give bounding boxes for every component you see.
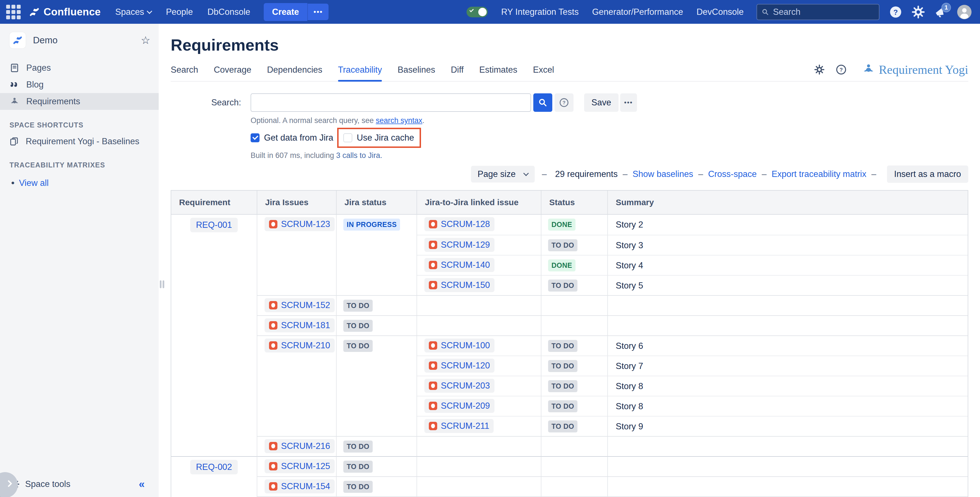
table-row: SCRUM-216TO DO [171, 436, 968, 456]
jira-story-icon [429, 362, 437, 370]
status-lozenge: TO DO [343, 461, 373, 473]
jira-issue-link[interactable]: SCRUM-210 [281, 341, 330, 350]
nav-devconsole[interactable]: DevConsole [697, 7, 744, 17]
main-content: Requirements Search Coverage Dependencie… [159, 24, 980, 497]
tab-coverage[interactable]: Coverage [214, 62, 251, 81]
space-logo[interactable] [10, 32, 26, 48]
show-baselines-link[interactable]: Show baselines [633, 169, 693, 179]
jira-issue-link[interactable]: SCRUM-128 [441, 219, 490, 229]
jira-story-icon [269, 482, 277, 491]
tab-baselines[interactable]: Baselines [398, 62, 435, 81]
nav-people[interactable]: People [166, 7, 193, 17]
global-search[interactable] [757, 4, 880, 20]
connection-toggle[interactable] [466, 7, 488, 18]
jira-issue-link[interactable]: SCRUM-100 [441, 341, 490, 350]
nav-dbconsole[interactable]: DbConsole [207, 7, 250, 17]
confluence-logo[interactable]: Confluence [29, 6, 100, 18]
jira-issue-link[interactable]: SCRUM-209 [441, 401, 490, 411]
tab-search[interactable]: Search [171, 62, 198, 81]
nav-generator-performance[interactable]: Generator/Performance [592, 7, 683, 17]
global-search-input[interactable] [773, 7, 874, 17]
check-icon [469, 8, 474, 12]
get-data-from-jira-checkbox[interactable] [251, 133, 259, 142]
jira-issue-link[interactable]: SCRUM-154 [281, 481, 330, 491]
jira-story-icon [429, 220, 437, 228]
export-traceability-link[interactable]: Export traceability matrix [772, 169, 866, 179]
svg-text:?: ? [893, 8, 898, 16]
jira-issue-chip: SCRUM-120 [424, 358, 495, 373]
view-all-link[interactable]: View all [19, 178, 49, 188]
requirement-yogi-brand[interactable]: Requirement Yogi [862, 63, 968, 77]
notifications-button[interactable]: 1 [934, 6, 947, 18]
requirement-link[interactable]: REQ-002 [196, 462, 232, 472]
page-size-select[interactable]: Page size [471, 166, 535, 183]
avatar-icon [956, 4, 972, 20]
star-icon[interactable]: ☆ [141, 34, 150, 46]
table-row: REQ-001SCRUM-123IN PROGRESSSCRUM-128DONE… [171, 215, 968, 235]
query-input[interactable] [251, 93, 531, 112]
save-button[interactable]: Save [584, 93, 619, 112]
table-row: REQ-002SCRUM-125TO DO [171, 456, 968, 476]
space-name: Demo [33, 35, 57, 46]
jira-issue-chip: SCRUM-140 [424, 258, 495, 272]
tab-traceability[interactable]: Traceability [338, 62, 382, 81]
jira-issue-link[interactable]: SCRUM-216 [281, 441, 330, 451]
jira-issue-chip: SCRUM-128 [424, 217, 495, 231]
jira-issue-link[interactable]: SCRUM-150 [441, 280, 490, 290]
search-syntax-link[interactable]: search syntax [376, 116, 422, 125]
summary-text: Story 6 [608, 335, 968, 355]
sidebar-resize-grip[interactable] [160, 280, 164, 288]
search-icon [538, 98, 547, 107]
collapse-sidebar-icon[interactable]: « [139, 478, 145, 490]
status-lozenge: DONE [548, 260, 576, 271]
run-search-button[interactable] [533, 93, 552, 112]
traceability-settings-button[interactable] [814, 64, 825, 75]
search-more-button[interactable]: ••• [620, 93, 637, 112]
sidebar-item-blog[interactable]: Blog [0, 76, 159, 93]
tab-dependencies[interactable]: Dependencies [267, 62, 322, 81]
search-help-button[interactable]: ? [555, 93, 574, 112]
use-jira-cache-checkbox[interactable] [343, 133, 352, 142]
jira-story-icon [429, 402, 437, 410]
jira-issue-chip: SCRUM-150 [424, 278, 495, 292]
traceability-help-button[interactable]: ? [836, 64, 846, 75]
space-tools-button[interactable]: Space tools [25, 479, 70, 489]
gear-icon [814, 64, 825, 75]
insert-as-macro-button[interactable]: Insert as a macro [887, 166, 968, 183]
jira-issue-link[interactable]: SCRUM-203 [441, 381, 490, 391]
nav-ry-integration-tests[interactable]: RY Integration Tests [501, 7, 579, 17]
get-data-from-jira-label[interactable]: Get data from Jira [264, 133, 333, 143]
app-switcher-icon[interactable] [6, 5, 21, 19]
requirement-link[interactable]: REQ-001 [196, 220, 232, 230]
tab-estimates[interactable]: Estimates [479, 62, 517, 81]
jira-issue-link[interactable]: SCRUM-125 [281, 461, 330, 471]
jira-issue-chip: SCRUM-125 [264, 459, 335, 473]
jira-issue-link[interactable]: SCRUM-181 [281, 320, 330, 330]
jira-issue-link[interactable]: SCRUM-123 [281, 219, 330, 229]
create-button[interactable]: Create [264, 3, 307, 21]
user-avatar[interactable] [956, 4, 972, 20]
jira-issue-link[interactable]: SCRUM-211 [441, 421, 489, 431]
nav-spaces[interactable]: Spaces [115, 7, 151, 17]
use-jira-cache-label[interactable]: Use Jira cache [357, 133, 414, 143]
sidebar-item-pages[interactable]: Pages [0, 59, 159, 76]
tab-excel[interactable]: Excel [533, 62, 554, 81]
space-shortcuts-heading: SPACE SHORTCUTS [10, 121, 159, 129]
create-more-button[interactable]: ••• [307, 4, 328, 20]
jira-issue-link[interactable]: SCRUM-152 [281, 300, 330, 310]
sidebar-item-ry-baselines[interactable]: Requirement Yogi - Baselines [0, 133, 159, 150]
jira-issue-link[interactable]: SCRUM-140 [441, 260, 490, 270]
tab-diff[interactable]: Diff [451, 62, 464, 81]
status-lozenge: TO DO [548, 360, 578, 372]
question-circle-icon: ? [889, 5, 902, 19]
cross-space-link[interactable]: Cross-space [708, 169, 757, 179]
help-button[interactable]: ? [889, 5, 902, 19]
admin-settings-button[interactable] [912, 6, 925, 18]
page-title: Requirements [171, 35, 968, 54]
jira-calls-link[interactable]: 3 calls to Jira. [336, 151, 382, 159]
jira-issue-link[interactable]: SCRUM-129 [441, 240, 490, 250]
question-circle-icon: ? [836, 64, 846, 75]
summary-text: Story 8 [608, 396, 968, 416]
sidebar-item-requirements[interactable]: Requirements [0, 93, 159, 110]
jira-issue-link[interactable]: SCRUM-120 [441, 361, 490, 371]
